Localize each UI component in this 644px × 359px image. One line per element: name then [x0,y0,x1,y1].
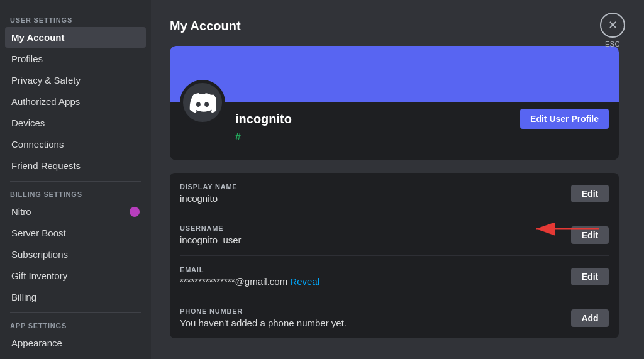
sidebar-item-server-boost[interactable]: Server Boost [5,223,146,243]
fields-section: DISPLAY NAME incognito Edit USERNAME inc… [170,173,619,338]
page-title: My Account [170,19,619,33]
divider-app [10,312,141,313]
profile-header-row: incognito Edit User Profile [180,102,609,129]
profile-banner [170,46,619,102]
sidebar: USER SETTINGS My Account Profiles Privac… [0,0,151,359]
profile-username: incognito [235,112,292,126]
sidebar-item-label: Devices [11,118,45,128]
sidebar-item-label: Appearance [11,338,62,348]
display-name-edit-button[interactable]: Edit [571,185,609,202]
sidebar-item-label: Gift Inventory [11,270,67,281]
sidebar-item-label: My Account [11,32,64,43]
sidebar-item-label: Privacy & Safety [11,75,80,86]
email-reveal-link[interactable]: Reveal [290,276,319,287]
display-name-value: incognito [180,193,238,204]
billing-settings-label: BILLING SETTINGS [5,187,146,201]
email-masked: ***************@gmail.com [180,276,287,287]
profile-body: incognito Edit User Profile # [170,102,619,160]
phone-row: PHONE NUMBER You haven't added a phone n… [180,297,609,338]
sidebar-item-label: Connections [11,139,64,150]
profile-card: incognito Edit User Profile # [170,46,619,160]
phone-field: PHONE NUMBER You haven't added a phone n… [180,307,347,328]
display-name-field: DISPLAY NAME incognito [180,183,238,204]
sidebar-item-billing[interactable]: Billing [5,287,146,307]
sidebar-item-label: Subscriptions [11,249,68,260]
sidebar-item-subscriptions[interactable]: Subscriptions [5,244,146,265]
sidebar-item-nitro[interactable]: Nitro [5,201,146,222]
email-value: ***************@gmail.com Reveal [180,276,319,287]
sidebar-item-friend-requests[interactable]: Friend Requests [5,155,146,176]
edit-profile-button[interactable]: Edit User Profile [520,109,609,129]
email-edit-button[interactable]: Edit [571,268,609,285]
username-label: USERNAME [180,224,242,232]
sidebar-item-label: Server Boost [11,228,66,238]
close-button-wrapper[interactable]: ✕ ESC [600,13,625,48]
nitro-badge-icon [130,207,140,217]
sidebar-item-profiles[interactable]: Profiles [5,48,146,69]
user-settings-label: USER SETTINGS [5,13,146,26]
sidebar-item-label: Billing [11,292,36,302]
avatar [180,80,225,125]
sidebar-item-appearance[interactable]: Appearance [5,333,146,353]
close-icon: ✕ [608,18,618,32]
display-name-row: DISPLAY NAME incognito Edit [180,173,609,214]
email-label: EMAIL [180,266,319,273]
app-settings-label: APP SETTINGS [5,318,146,332]
username-edit-button[interactable]: Edit [571,226,609,244]
main-wrapper: My Account incognito Edit User Profile # [151,0,644,359]
phone-label: PHONE NUMBER [180,307,347,315]
sidebar-item-connections[interactable]: Connections [5,134,146,155]
username-field: USERNAME incognito_user [180,224,242,245]
display-name-label: DISPLAY NAME [180,183,238,191]
phone-add-button[interactable]: Add [571,309,609,327]
sidebar-item-label: Profiles [11,53,43,64]
sidebar-item-label: Nitro [11,206,31,217]
sidebar-item-authorized-apps[interactable]: Authorized Apps [5,91,146,112]
sidebar-item-label: Authorized Apps [11,96,80,107]
main-content: My Account incognito Edit User Profile # [151,0,644,359]
username-row: USERNAME incognito_user Edit [180,214,609,256]
phone-value: You haven't added a phone number yet. [180,318,347,328]
email-row: EMAIL ***************@gmail.com Reveal E… [180,256,609,297]
close-label: ESC [605,40,620,48]
discord-avatar-icon [189,89,216,116]
email-field: EMAIL ***************@gmail.com Reveal [180,266,319,287]
sidebar-item-my-account[interactable]: My Account [5,27,146,48]
divider-billing [10,181,141,182]
sidebar-item-devices[interactable]: Devices [5,113,146,133]
close-button[interactable]: ✕ [600,13,625,38]
sidebar-item-label: Friend Requests [11,160,80,171]
hash-icon: # [180,131,609,143]
sidebar-item-privacy-safety[interactable]: Privacy & Safety [5,70,146,91]
sidebar-item-gift-inventory[interactable]: Gift Inventory [5,265,146,286]
username-value: incognito_user [180,235,242,245]
